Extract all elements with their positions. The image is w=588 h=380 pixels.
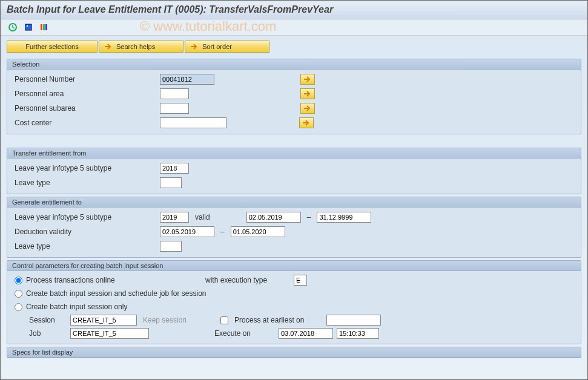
job-label: Job [29,329,67,338]
personnel-number-input[interactable] [160,74,214,85]
deduction-validity-label: Deduction validity [12,228,157,236]
personnel-number-label: Personnel Number [12,75,157,84]
button-label: Sort order [202,43,232,50]
svg-rect-3 [41,24,42,30]
personnel-area-input[interactable] [160,88,189,99]
deduction-from-input[interactable] [160,226,214,237]
schedule-job-radio[interactable] [15,290,22,298]
further-selections-button[interactable]: Further selections [7,41,97,53]
with-exec-type-label: with execution type [205,276,290,284]
group-title: Generate entitlement to [7,197,581,208]
action-button-row: Further selections Search helps Sort ord… [1,36,587,56]
process-earliest-label: Process at earliest on [232,316,323,324]
process-online-label: Process transactions online [26,276,202,284]
dash-separator: – [303,213,315,221]
leave-year-to-label: Leave year infotype 5 subtype [12,213,157,221]
valid-from-input[interactable] [246,212,301,223]
multi-select-button[interactable] [299,117,314,128]
personnel-subarea-input[interactable] [160,103,189,114]
dash-separator: – [217,228,228,236]
page-title: Batch Input for Leave Entitlement IT (00… [1,1,587,19]
color-legend-icon[interactable] [38,22,50,33]
session-input[interactable] [70,315,137,326]
cost-center-label: Cost center [12,119,157,127]
execute-on-date-input[interactable] [279,328,333,339]
exec-type-input[interactable] [294,275,307,286]
svg-rect-4 [43,24,45,30]
personnel-area-label: Personnel area [12,90,157,98]
personnel-subarea-label: Personnel subarea [12,104,157,113]
leave-type-from-input[interactable] [160,177,182,188]
search-helps-button[interactable]: Search helps [99,41,183,53]
schedule-job-label: Create batch input session and schedule … [26,289,206,298]
leave-type-to-label: Leave type [12,242,157,251]
arrow-right-icon [190,43,199,50]
button-label: Search helps [116,43,155,50]
arrow-right-icon [104,43,113,50]
svg-rect-5 [45,24,47,30]
keep-session-label: Keep session [140,316,189,324]
execute-icon[interactable] [7,22,19,33]
session-only-radio[interactable] [15,303,22,311]
multi-select-button[interactable] [300,74,315,85]
multi-select-button[interactable] [300,103,315,114]
button-label: Further selections [25,43,78,50]
multi-select-button[interactable] [300,88,315,99]
leave-type-from-label: Leave type [12,179,157,187]
session-label: Session [29,316,67,324]
sort-order-button[interactable]: Sort order [185,41,269,53]
cost-center-input[interactable] [160,117,226,128]
valid-to-input[interactable] [317,212,371,223]
specs-group: Specs for list display [7,347,581,358]
process-earliest-checkbox[interactable] [220,316,228,324]
group-title: Specs for list display [7,347,581,358]
svg-rect-2 [27,25,28,27]
deduction-to-input[interactable] [231,226,285,237]
process-earliest-input[interactable] [326,315,381,326]
control-params-group: Control parameters for creating batch in… [7,260,581,344]
session-only-label: Create batch input session only [26,303,127,311]
process-online-radio[interactable] [15,277,22,284]
variant-icon[interactable] [22,22,35,33]
execute-on-time-input[interactable] [337,328,379,339]
group-title: Control parameters for creating batch in… [7,261,581,271]
generate-to-group: Generate entitlement to Leave year infot… [7,197,581,258]
leave-year-to-input[interactable] [160,212,189,223]
system-toolbar [1,19,587,36]
transfer-from-group: Transfer entitlement from Leave year inf… [7,148,581,194]
group-title: Selection [7,59,581,70]
svg-rect-1 [25,24,31,30]
selection-group: Selection Personnel Number Personnel are… [7,59,581,134]
valid-label: valid [191,213,214,221]
job-input[interactable] [70,328,149,339]
leave-type-to-input[interactable] [160,241,182,252]
app-window: Batch Input for Leave Entitlement IT (00… [0,0,588,380]
execute-on-label: Execute on [214,329,275,338]
leave-year-from-label: Leave year infotype 5 subtype [12,164,157,172]
leave-year-from-input[interactable] [160,163,189,174]
group-title: Transfer entitlement from [7,148,581,159]
